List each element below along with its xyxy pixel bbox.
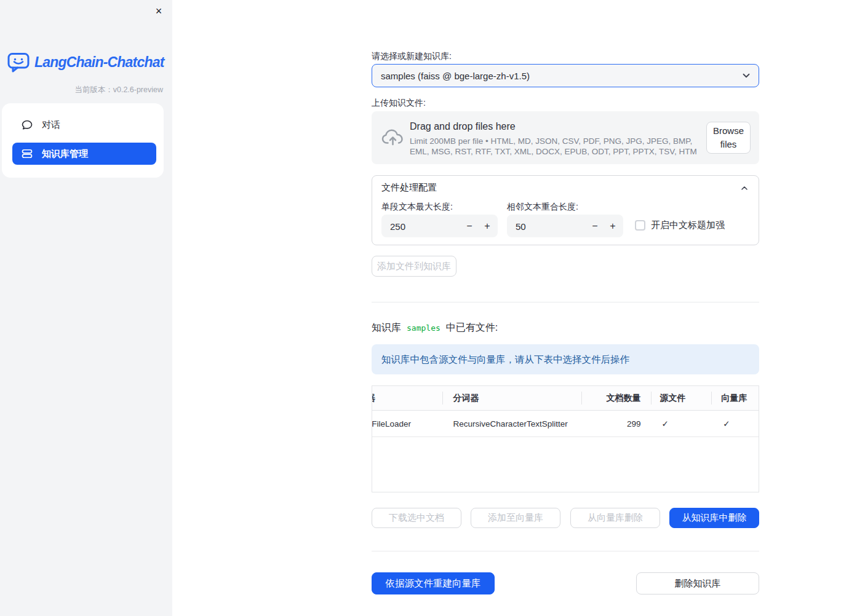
column-header-source-file: 源文件 [651,386,712,410]
checkbox-label: 开启中文标题加强 [651,219,725,231]
app-logo: LangChain-Chatchat [7,52,165,73]
chatchat-logo-icon [7,52,30,73]
info-alert-text: 知识库中包含源文件与向量库，请从下表中选择文件后操作 [381,353,629,366]
checkbox-icon [635,220,645,231]
delete-from-vector-store-button[interactable]: 从向量库删除 [570,508,660,528]
kb-files-prefix: 知识库 [372,322,401,334]
kb-select-value: samples (faiss @ bge-large-zh-v1.5) [372,71,530,81]
chevron-up-icon[interactable] [739,183,749,193]
divider [372,551,759,551]
add-files-to-kb-button[interactable]: 添加文件到知识库 [372,256,456,277]
download-selected-button[interactable]: 下载选中文档 [372,508,461,528]
sidebar: × LangChain-Chatchat 当前版本：v0.2.6-preview [0,0,172,616]
kb-select[interactable]: samples (faiss @ bge-large-zh-v1.5) [372,64,759,87]
content-column: 请选择或新建知识库: samples (faiss @ bge-large-zh… [372,0,759,616]
kb-name-code: samples [407,323,440,333]
table-row[interactable]: UnstructuredFileLoader RecursiveCharacte… [372,411,759,437]
kb-files-suffix: 中已有文件: [446,322,498,334]
browse-files-button[interactable]: Browse files [706,122,751,154]
delete-kb-button[interactable]: 删除知识库 [636,572,759,594]
chunk-size-value: 250 [390,221,405,231]
dropzone-limit-text: Limit 200MB per file • HTML, MD, JSON, C… [410,136,705,157]
kb-files-heading: 知识库 samples 中已有文件: [372,322,498,334]
column-header-loader: 文档加载器 [372,386,442,410]
sidebar-item-label: 知识库管理 [42,148,88,160]
knowledge-base-icon [21,148,33,160]
sidebar-item-dialogue[interactable]: 对话 [12,114,156,136]
kb-files-table[interactable]: 文档加载器 分词器 文档数量 源文件 向量库 UnstructuredFileL… [372,385,759,492]
table-header-row: 文档加载器 分词器 文档数量 源文件 向量库 [372,386,759,411]
increment-button[interactable]: + [481,221,493,232]
cell-vector-store-check: ✓ [711,411,759,436]
version-label: 当前版本： [74,85,113,94]
add-to-vector-store-button[interactable]: 添加至向量库 [471,508,560,528]
upload-label: 上传知识文件: [372,98,426,109]
dropzone-title: Drag and drop files here [410,121,516,132]
decrement-button[interactable]: − [463,221,476,232]
version-value: v0.2.6-preview [113,85,163,94]
file-config-expander: 文件处理配置 单段文本最大长度: 相邻文本重合长度: 250 − + 50 − … [372,175,759,245]
app-root: × LangChain-Chatchat 当前版本：v0.2.6-preview [0,0,849,616]
main-area: 请选择或新建知识库: samples (faiss @ bge-large-zh… [172,0,849,616]
sidebar-nav: 对话 知识库管理 [2,103,164,178]
cell-loader: UnstructuredFileLoader [372,411,442,436]
cell-doc-count: 299 [581,411,651,436]
column-header-splitter: 分词器 [442,386,581,410]
divider [372,302,759,302]
chevron-down-icon [741,70,752,81]
expander-title[interactable]: 文件处理配置 [381,182,437,194]
overlap-size-label: 相邻文本重合长度: [507,202,578,213]
increment-button[interactable]: + [607,221,619,232]
sidebar-close-button[interactable]: × [150,2,167,20]
app-title: LangChain-Chatchat [34,54,164,71]
column-header-vector-store: 向量库 [711,386,759,410]
cell-splitter: RecursiveCharacterTextSplitter [442,411,581,436]
cell-source-file-check: ✓ [651,411,712,436]
info-alert: 知识库中包含源文件与向量库，请从下表中选择文件后操作 [372,344,759,374]
zh-title-enhance-checkbox[interactable]: 开启中文标题加强 [635,219,725,231]
rebuild-vector-store-button[interactable]: 依据源文件重建向量库 [372,572,495,594]
decrement-button[interactable]: − [589,221,601,232]
sidebar-item-label: 对话 [42,119,60,131]
chat-bubble-icon [21,119,33,131]
cloud-upload-icon [381,128,404,147]
sidebar-item-knowledge-base[interactable]: 知识库管理 [12,143,156,165]
column-header-doc-count: 文档数量 [581,386,651,410]
overlap-size-value: 50 [516,221,526,231]
chunk-size-input[interactable]: 250 − + [381,215,498,237]
chunk-size-label: 单段文本最大长度: [381,202,453,213]
overlap-size-input[interactable]: 50 − + [507,215,623,237]
version-text: 当前版本：v0.2.6-preview [74,85,163,95]
delete-from-kb-button[interactable]: 从知识库中删除 [669,508,759,528]
file-dropzone[interactable]: Drag and drop files here Limit 200MB per… [372,111,759,164]
kb-select-label: 请选择或新建知识库: [372,51,452,62]
